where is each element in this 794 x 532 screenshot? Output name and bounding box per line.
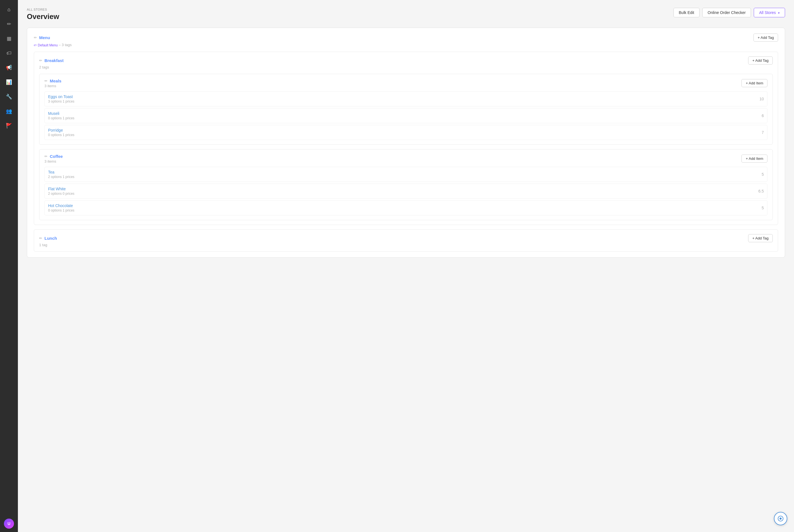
flat-white-price: 6.5 bbox=[758, 189, 764, 193]
tea-link[interactable]: Tea bbox=[48, 170, 74, 174]
sidebar: ⌂ ✏ ▦ 🏷 📢 📊 🔧 👥 🚩 U bbox=[0, 0, 18, 532]
item-info: Tea 2 options 1 prices bbox=[48, 170, 74, 179]
museli-link[interactable]: Museli bbox=[48, 111, 74, 116]
meals-items-list: Eggs on Toast 3 options 1 prices 10 Muse… bbox=[44, 91, 768, 140]
meals-title-area: ✏ Meals 3 items bbox=[44, 78, 61, 88]
online-order-checker-button[interactable]: Online Order Checker bbox=[702, 8, 751, 17]
eggs-on-toast-link[interactable]: Eggs on Toast bbox=[48, 94, 74, 99]
lunch-title[interactable]: Lunch bbox=[44, 236, 57, 241]
coffee-title-row: ✏ Coffee bbox=[44, 154, 63, 159]
people-icon[interactable]: 👥 bbox=[3, 105, 15, 117]
dropdown-arrow-icon: ▾ bbox=[778, 11, 780, 15]
coffee-item-count: 3 items bbox=[44, 159, 63, 164]
item-info: Hot Chocolate 0 options 1 prices bbox=[48, 204, 74, 212]
porridge-link[interactable]: Porridge bbox=[48, 128, 74, 132]
tag-small-icon: 🏷 bbox=[34, 43, 37, 47]
wrench-icon[interactable]: 🔧 bbox=[3, 91, 15, 103]
table-row: Porridge 0 options 1 prices 7 bbox=[44, 125, 768, 140]
coffee-pencil-icon: ✏ bbox=[44, 154, 48, 158]
table-row: Eggs on Toast 3 options 1 prices 10 bbox=[44, 91, 768, 107]
all-stores-button[interactable]: All Stores ▾ bbox=[754, 8, 785, 17]
home-icon[interactable]: ⌂ bbox=[3, 3, 15, 16]
breadcrumb: ALL STORES bbox=[27, 8, 59, 11]
flat-white-link[interactable]: Flat White bbox=[48, 187, 74, 191]
hot-chocolate-link[interactable]: Hot Chocolate bbox=[48, 204, 74, 208]
item-info: Porridge 0 options 1 prices bbox=[48, 128, 74, 137]
lunch-title-row: ✏ Lunch bbox=[39, 236, 57, 241]
support-bubble[interactable] bbox=[774, 512, 787, 525]
lunch-header: ✏ Lunch + Add Tag bbox=[39, 234, 773, 242]
flag-icon[interactable]: 🚩 bbox=[3, 119, 15, 132]
coffee-items-list: Tea 2 options 1 prices 5 Flat White 2 op… bbox=[44, 167, 768, 215]
lunch-add-tag-button[interactable]: + Add Tag bbox=[748, 234, 773, 242]
tag-icon[interactable]: 🏷 bbox=[3, 47, 15, 59]
breakfast-title-row: ✏ Breakfast bbox=[39, 58, 63, 63]
lunch-pencil-icon: ✏ bbox=[39, 236, 42, 240]
table-row: Flat White 2 options 0 prices 6.5 bbox=[44, 184, 768, 199]
porridge-price: 7 bbox=[761, 130, 764, 135]
coffee-header: ✏ Coffee 3 items + Add Item bbox=[44, 154, 768, 164]
lunch-subtitle: 1 tag bbox=[39, 243, 773, 247]
item-info: Eggs on Toast 3 options 1 prices bbox=[48, 94, 74, 103]
breakfast-pencil-icon: ✏ bbox=[39, 58, 42, 62]
bulk-edit-button[interactable]: Bulk Edit bbox=[673, 8, 700, 17]
meals-subsection: ✏ Meals 3 items + Add Item Eggs on Toast… bbox=[39, 74, 773, 145]
menu-title-row: ✏ Menu bbox=[34, 35, 50, 40]
breakfast-title[interactable]: Breakfast bbox=[44, 58, 63, 63]
menu-pencil-icon: ✏ bbox=[34, 36, 37, 40]
breakfast-subtitle: 2 tags bbox=[39, 65, 773, 69]
meals-title-row: ✏ Meals bbox=[44, 78, 61, 83]
chart-icon[interactable]: 📊 bbox=[3, 76, 15, 88]
item-info: Flat White 2 options 0 prices bbox=[48, 187, 74, 195]
meals-pencil-icon: ✏ bbox=[44, 79, 48, 83]
item-info: Museli 0 options 1 prices bbox=[48, 111, 74, 120]
tea-price: 5 bbox=[761, 172, 764, 176]
lunch-section: ✏ Lunch + Add Tag 1 tag bbox=[34, 229, 778, 252]
header-left: ALL STORES Overview bbox=[27, 8, 59, 21]
meals-header: ✏ Meals 3 items + Add Item bbox=[44, 78, 768, 88]
flat-white-meta: 2 options 0 prices bbox=[48, 192, 74, 195]
page-title: Overview bbox=[27, 12, 59, 21]
coffee-title-area: ✏ Coffee 3 items bbox=[44, 154, 63, 164]
megaphone-icon[interactable]: 📢 bbox=[3, 61, 15, 74]
coffee-add-item-button[interactable]: + Add Item bbox=[741, 154, 768, 163]
breakfast-add-tag-button[interactable]: + Add Tag bbox=[748, 56, 773, 64]
breakfast-header: ✏ Breakfast + Add Tag bbox=[39, 56, 773, 64]
hot-chocolate-price: 5 bbox=[761, 206, 764, 210]
breakfast-section: ✏ Breakfast + Add Tag 2 tags ✏ Meals 3 i… bbox=[34, 52, 778, 225]
menu-title[interactable]: Menu bbox=[39, 35, 50, 40]
avatar[interactable]: U bbox=[4, 518, 14, 529]
menu-card-header: ✏ Menu + Add Tag bbox=[34, 34, 778, 42]
porridge-meta: 0 options 1 prices bbox=[48, 133, 74, 137]
eggs-on-toast-meta: 3 options 1 prices bbox=[48, 99, 74, 103]
main-content: ALL STORES Overview Bulk Edit Online Ord… bbox=[18, 0, 794, 532]
menu-card: ✏ Menu + Add Tag 🏷 Default Menu – 3 tags… bbox=[27, 28, 785, 258]
menu-add-tag-button[interactable]: + Add Tag bbox=[754, 34, 778, 42]
coffee-title[interactable]: Coffee bbox=[50, 154, 63, 159]
museli-price: 6 bbox=[761, 113, 764, 118]
default-menu-link[interactable]: 🏷 Default Menu bbox=[34, 43, 58, 47]
tea-meta: 2 options 1 prices bbox=[48, 175, 74, 179]
meals-title[interactable]: Meals bbox=[50, 78, 61, 83]
grid-icon[interactable]: ▦ bbox=[3, 33, 15, 45]
museli-meta: 0 options 1 prices bbox=[48, 116, 74, 120]
coffee-subsection: ✏ Coffee 3 items + Add Item Tea 2 option… bbox=[39, 149, 773, 220]
table-row: Hot Chocolate 0 options 1 prices 5 bbox=[44, 200, 768, 215]
meals-item-count: 3 items bbox=[44, 84, 61, 88]
hot-chocolate-meta: 0 options 1 prices bbox=[48, 208, 74, 212]
table-row: Museli 0 options 1 prices 6 bbox=[44, 108, 768, 123]
meals-add-item-button[interactable]: + Add Item bbox=[741, 79, 768, 87]
eggs-on-toast-price: 10 bbox=[759, 97, 764, 101]
header-actions: Bulk Edit Online Order Checker All Store… bbox=[673, 8, 785, 17]
page-header: ALL STORES Overview Bulk Edit Online Ord… bbox=[27, 8, 785, 21]
table-row: Tea 2 options 1 prices 5 bbox=[44, 167, 768, 182]
menu-subtitle: 🏷 Default Menu – 3 tags bbox=[34, 43, 778, 47]
svg-point-1 bbox=[779, 517, 781, 519]
edit-icon[interactable]: ✏ bbox=[3, 18, 15, 30]
